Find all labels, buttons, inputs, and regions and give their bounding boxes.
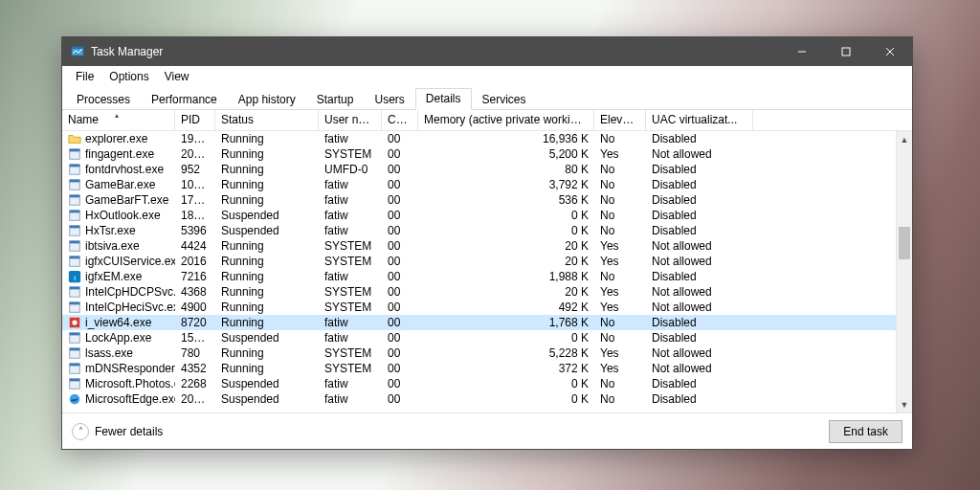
cell-pid: 7216: [175, 270, 215, 283]
table-row[interactable]: fingagent.exe20412RunningSYSTEM005,200 K…: [62, 146, 912, 162]
process-name: GameBarFT.exe: [85, 193, 168, 207]
cell-uac: Disabled: [646, 331, 753, 345]
menu-file[interactable]: File: [68, 68, 101, 85]
cell-uac: Disabled: [646, 316, 753, 329]
tab-startup[interactable]: Startup: [306, 89, 365, 110]
cell-pid: 780: [175, 346, 215, 360]
cell-pid: 20084: [175, 392, 215, 406]
cell-memory: 20 K: [418, 285, 594, 299]
menu-view[interactable]: View: [157, 68, 197, 85]
cell-cpu: 00: [382, 193, 418, 207]
tab-processes[interactable]: Processes: [66, 89, 141, 110]
cell-memory: 536 K: [418, 193, 594, 207]
cell-memory: 492 K: [418, 301, 594, 314]
cell-memory: 0 K: [418, 331, 594, 345]
menu-options[interactable]: Options: [101, 68, 156, 85]
svg-rect-25: [70, 287, 80, 290]
cell-elevated: No: [594, 193, 646, 207]
cell-pid: 15976: [175, 331, 215, 345]
cell-elevated: Yes: [594, 255, 646, 268]
svg-rect-9: [70, 165, 80, 167]
cell-memory: 3,792 K: [418, 178, 594, 191]
table-row[interactable]: GameBar.exe10800Runningfatiw003,792 KNoD…: [62, 177, 912, 192]
table-row[interactable]: i_view64.exe8720Runningfatiw001,768 KNoD…: [62, 315, 912, 330]
tab-app-history[interactable]: App history: [228, 89, 306, 110]
titlebar[interactable]: Task Manager: [62, 37, 912, 66]
cell-cpu: 00: [382, 377, 418, 390]
scroll-down-icon[interactable]: ▼: [897, 396, 912, 412]
svg-rect-1: [72, 47, 83, 49]
close-button[interactable]: [868, 37, 912, 66]
process-table: Name PID Status User name CPU Memory (ac…: [62, 110, 912, 412]
process-icon: [68, 377, 81, 390]
tab-users[interactable]: Users: [364, 89, 414, 110]
cell-user: fatiw: [319, 316, 382, 329]
table-row[interactable]: LockApp.exe15976Suspendedfatiw000 KNoDis…: [62, 330, 912, 345]
tab-services[interactable]: Services: [472, 89, 537, 110]
table-row[interactable]: ibtsiva.exe4424RunningSYSTEM0020 KYesNot…: [62, 238, 912, 254]
tab-performance[interactable]: Performance: [141, 89, 228, 110]
process-icon: [68, 209, 81, 222]
cell-cpu: 00: [382, 392, 418, 406]
cell-status: Running: [215, 255, 319, 268]
cell-uac: Disabled: [646, 270, 753, 283]
cell-elevated: No: [594, 224, 646, 237]
tab-details[interactable]: Details: [415, 88, 472, 110]
end-task-button[interactable]: End task: [829, 420, 902, 443]
header-pid[interactable]: PID: [175, 110, 215, 130]
cell-uac: Disabled: [646, 178, 753, 191]
header-elevated[interactable]: Elevated: [594, 110, 646, 130]
cell-elevated: Yes: [594, 147, 646, 161]
cell-status: Running: [215, 285, 319, 299]
fewer-details-toggle[interactable]: ˄ Fewer details: [72, 423, 163, 440]
table-row[interactable]: explorer.exe19796Runningfatiw0016,936 KN…: [62, 131, 912, 146]
scroll-thumb[interactable]: [899, 227, 910, 259]
cell-user: SYSTEM: [319, 239, 382, 253]
sort-indicator-icon: ▴: [115, 111, 119, 120]
table-row[interactable]: lsass.exe780RunningSYSTEM005,228 KYesNot…: [62, 345, 912, 361]
cell-elevated: Yes: [594, 362, 646, 375]
cell-user: fatiw: [319, 392, 382, 406]
header-status[interactable]: Status: [215, 110, 319, 130]
table-row[interactable]: iigfxEM.exe7216Runningfatiw001,988 KNoDi…: [62, 269, 912, 284]
cell-pid: 19796: [175, 132, 215, 145]
header-user[interactable]: User name: [319, 110, 382, 130]
cell-user: fatiw: [319, 331, 382, 345]
cell-status: Running: [215, 132, 319, 145]
cell-user: fatiw: [319, 132, 382, 145]
table-row[interactable]: Microsoft.Photos.exe2268Suspendedfatiw00…: [62, 376, 912, 391]
minimize-button[interactable]: [780, 37, 824, 66]
table-row[interactable]: fontdrvhost.exe952RunningUMFD-00080 KNoD…: [62, 162, 912, 177]
process-name: ibtsiva.exe: [85, 239, 140, 253]
table-row[interactable]: HxOutlook.exe18932Suspendedfatiw000 KNoD…: [62, 208, 912, 223]
cell-cpu: 00: [382, 346, 418, 360]
process-icon: [68, 255, 81, 268]
svg-rect-31: [70, 333, 80, 336]
table-row[interactable]: igfxCUIService.exe2016RunningSYSTEM0020 …: [62, 254, 912, 269]
maximize-button[interactable]: [824, 37, 868, 66]
scroll-up-icon[interactable]: ▲: [897, 131, 912, 147]
cell-status: Running: [215, 301, 319, 314]
cell-pid: 4352: [175, 362, 215, 375]
cell-memory: 20 K: [418, 239, 594, 253]
cell-pid: 4368: [175, 285, 215, 299]
process-icon: [68, 163, 81, 176]
table-row[interactable]: HxTsr.exe5396Suspendedfatiw000 KNoDisabl…: [62, 223, 912, 238]
header-memory[interactable]: Memory (active private working set): [418, 110, 594, 130]
cell-memory: 0 K: [418, 209, 594, 222]
table-row[interactable]: IntelCpHeciSvc.exe4900RunningSYSTEM00492…: [62, 300, 912, 315]
vertical-scrollbar[interactable]: ▲ ▼: [896, 131, 912, 412]
header-cpu[interactable]: CPU: [382, 110, 418, 130]
header-name[interactable]: Name: [62, 110, 175, 130]
table-row[interactable]: GameBarFT.exe17236Runningfatiw00536 KNoD…: [62, 192, 912, 208]
header-uac[interactable]: UAC virtualizat...: [646, 110, 753, 130]
cell-pid: 18932: [175, 209, 215, 222]
process-name: GameBar.exe: [85, 178, 155, 191]
cell-uac: Not allowed: [646, 147, 753, 161]
cell-status: Running: [215, 346, 319, 360]
table-row[interactable]: IntelCpHDCPSvc.exe4368RunningSYSTEM0020 …: [62, 284, 912, 300]
table-row[interactable]: mDNSResponder.exe4352RunningSYSTEM00372 …: [62, 361, 912, 376]
process-name: i_view64.exe: [85, 316, 151, 329]
table-row[interactable]: MicrosoftEdge.exe20084Suspendedfatiw000 …: [62, 391, 912, 407]
cell-memory: 20 K: [418, 255, 594, 268]
